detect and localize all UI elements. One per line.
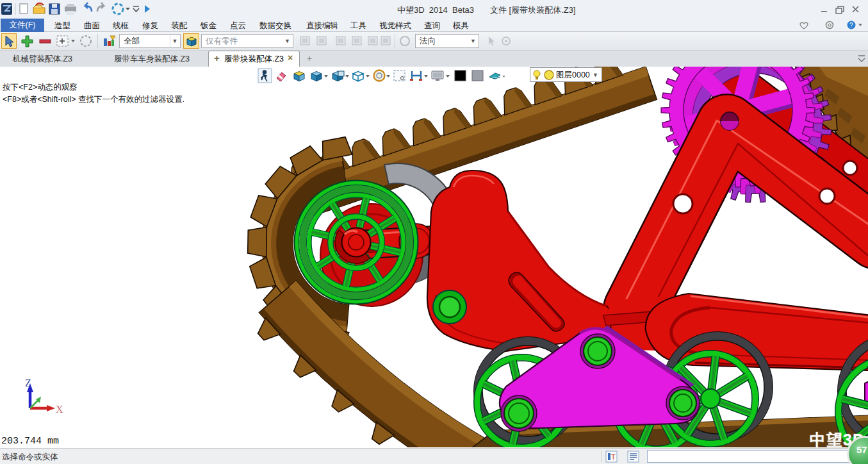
- svg-text:T: T: [611, 453, 616, 461]
- svg-text:?: ?: [849, 22, 853, 29]
- svg-text:X: X: [56, 404, 63, 415]
- svg-text:Z: Z: [25, 377, 31, 388]
